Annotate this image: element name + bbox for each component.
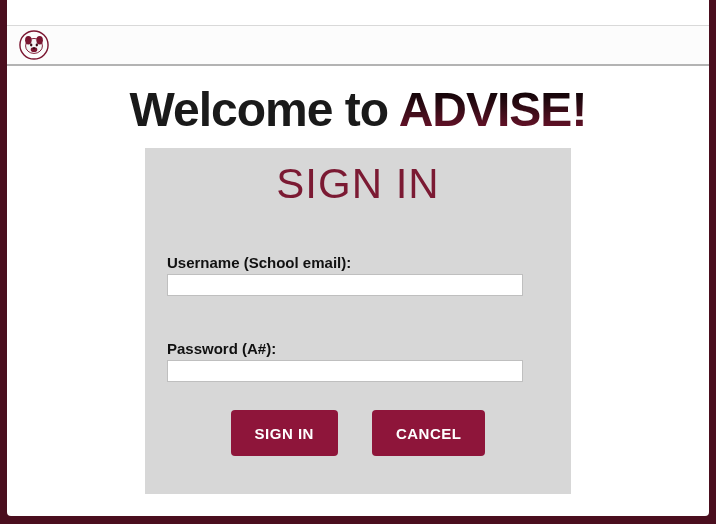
- header-bar: [7, 26, 709, 66]
- bulldog-logo-icon: [19, 30, 49, 60]
- cancel-button[interactable]: CANCEL: [372, 410, 486, 456]
- svg-point-2: [25, 36, 32, 44]
- titlebar-spacer: [7, 0, 709, 26]
- panel-title: SIGN IN: [167, 160, 549, 208]
- password-label: Password (A#):: [167, 340, 549, 357]
- sign-in-panel: SIGN IN Username (School email): Passwor…: [145, 148, 571, 494]
- username-input[interactable]: [167, 274, 523, 296]
- svg-point-3: [36, 36, 43, 44]
- password-input[interactable]: [167, 360, 523, 382]
- sign-in-button[interactable]: SIGN IN: [231, 410, 338, 456]
- svg-point-4: [30, 44, 32, 47]
- button-row: SIGN IN CANCEL: [167, 410, 549, 456]
- app-window: Welcome to ADVISE! SIGN IN Username (Sch…: [7, 0, 709, 516]
- welcome-prefix: Welcome to: [130, 83, 399, 136]
- welcome-brand: ADVISE!: [399, 83, 587, 136]
- svg-point-5: [36, 44, 38, 47]
- svg-point-7: [33, 47, 36, 49]
- main-content: Welcome to ADVISE! SIGN IN Username (Sch…: [7, 66, 709, 494]
- username-label: Username (School email):: [167, 254, 549, 271]
- welcome-heading: Welcome to ADVISE!: [130, 86, 587, 134]
